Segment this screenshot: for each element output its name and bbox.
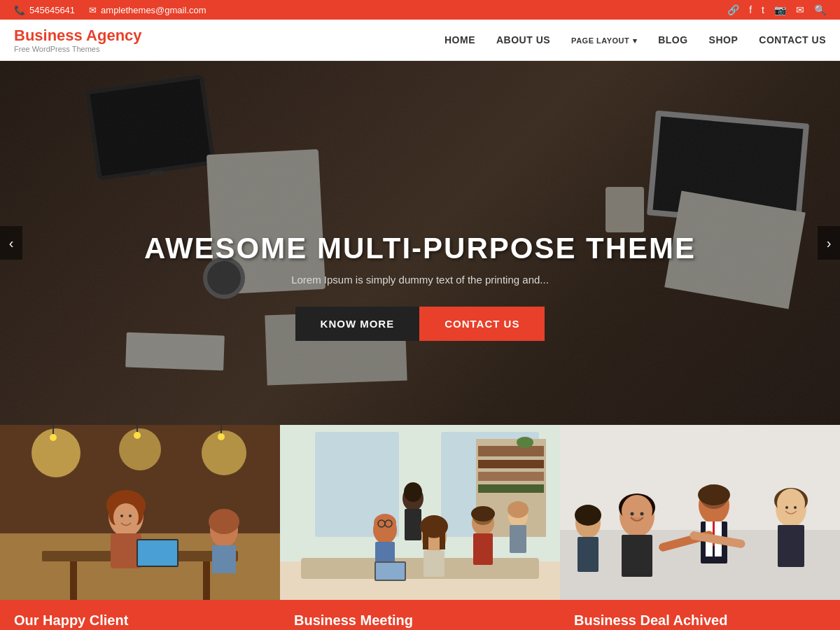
svg-rect-26 (138, 540, 177, 566)
svg-rect-15 (70, 561, 77, 600)
svg-point-8 (50, 434, 57, 441)
svg-rect-56 (440, 528, 445, 550)
carousel-prev-button[interactable]: ‹ (0, 226, 22, 260)
svg-point-81 (698, 484, 730, 505)
social-link-icon[interactable]: 🔗 (727, 4, 739, 15)
know-more-button[interactable]: KNOW MORE (295, 307, 420, 341)
card-body-meeting: Business Meeting Lorem ipsum dolor sit a… (280, 600, 560, 630)
svg-rect-55 (423, 528, 428, 550)
twitter-icon[interactable]: t (762, 4, 764, 15)
instagram-icon[interactable]: 📷 (774, 4, 786, 15)
nav-page-layout[interactable]: PAGE LAYOUT ▾ (571, 34, 637, 46)
client-image-svg (0, 425, 280, 600)
svg-point-89 (794, 506, 797, 509)
svg-rect-62 (510, 525, 526, 553)
svg-point-87 (777, 489, 805, 519)
svg-point-10 (134, 432, 141, 439)
svg-rect-11 (220, 425, 222, 435)
svg-rect-36 (478, 460, 544, 468)
svg-point-24 (129, 514, 132, 517)
svg-rect-7 (52, 425, 54, 435)
search-icon[interactable]: 🔍 (814, 4, 826, 15)
svg-point-92 (575, 505, 601, 526)
brand: Business Agency Free WordPress Themes (14, 27, 142, 53)
svg-rect-43 (405, 509, 421, 540)
nav-home[interactable]: HOME (444, 34, 475, 46)
svg-point-72 (622, 495, 652, 527)
top-bar: 📞 545645641 ✉ amplethemes@gmail.com 🔗 f … (0, 0, 840, 20)
svg-point-74 (640, 512, 644, 516)
svg-rect-16 (203, 561, 210, 600)
nav-shop[interactable]: SHOP (709, 34, 738, 46)
phone-info: 📞 545645641 (14, 5, 75, 15)
svg-point-23 (120, 514, 123, 517)
phone-number: 545645641 (29, 5, 75, 15)
hero-buttons: KNOW MORE CONTACT US (140, 307, 700, 341)
hero-section: ‹ › AWESOME MULTI-PURPOSE THEME Lorem Ip… (0, 61, 840, 425)
svg-rect-35 (478, 446, 544, 456)
svg-point-63 (507, 501, 528, 518)
svg-point-73 (631, 512, 634, 516)
svg-point-60 (471, 506, 495, 522)
nav-blog[interactable]: BLOG (658, 34, 687, 46)
deal-image-svg (560, 425, 840, 600)
chevron-right-icon: › (827, 235, 832, 251)
card-body-deal: Business Deal Achived Lorem ipsum dolor … (560, 600, 840, 630)
card-business-meeting: Business Meeting Lorem ipsum dolor sit a… (280, 425, 560, 630)
svg-point-44 (404, 482, 422, 502)
email-address: amplethemes@gmail.com (101, 5, 206, 15)
email-info: ✉ amplethemes@gmail.com (89, 5, 206, 15)
phone-icon: 📞 (14, 5, 25, 15)
brand-title: Business Agency (14, 27, 142, 45)
card-image-meeting (280, 425, 560, 600)
top-bar-right: 🔗 f t 📷 ✉ 🔍 (727, 4, 826, 15)
card-image-client (0, 425, 280, 600)
header: Business Agency Free WordPress Themes HO… (0, 20, 840, 61)
svg-point-39 (517, 437, 533, 448)
svg-point-88 (785, 506, 788, 509)
hero-title: AWESOME MULTI-PURPOSE THEME (140, 232, 700, 265)
card-title-meeting: Business Meeting (294, 612, 546, 629)
brand-tagline: Free WordPress Themes (14, 45, 142, 53)
card-body-client: Our Happy Client Lorem ipsum dolor sit a… (0, 600, 280, 630)
contact-us-hero-button[interactable]: CONTACT US (419, 307, 545, 341)
svg-point-12 (218, 433, 225, 440)
card-business-deal: Business Deal Achived Lorem ipsum dolor … (560, 425, 840, 630)
hero-content: AWESOME MULTI-PURPOSE THEME Lorem Ipsum … (140, 232, 700, 341)
facebook-icon[interactable]: f (749, 4, 752, 15)
svg-rect-41 (301, 558, 539, 579)
top-bar-left: 📞 545645641 ✉ amplethemes@gmail.com (14, 5, 206, 15)
mail-icon[interactable]: ✉ (796, 4, 804, 15)
chevron-left-icon: ‹ (9, 235, 14, 251)
card-image-deal (560, 425, 840, 600)
main-nav: HOME ABOUT US PAGE LAYOUT ▾ BLOG SHOP CO… (444, 34, 826, 46)
card-happy-client: Our Happy Client Lorem ipsum dolor sit a… (0, 425, 280, 630)
meeting-image-svg (280, 425, 560, 600)
svg-point-22 (113, 503, 139, 531)
chevron-down-icon: ▾ (633, 36, 638, 45)
svg-rect-52 (424, 550, 444, 577)
svg-rect-38 (478, 484, 544, 493)
envelope-icon: ✉ (89, 5, 97, 15)
svg-rect-65 (376, 563, 405, 580)
svg-rect-85 (778, 525, 804, 567)
nav-about[interactable]: ABOUT US (496, 34, 550, 46)
cards-section: Our Happy Client Lorem ipsum dolor sit a… (0, 425, 840, 630)
svg-rect-70 (622, 535, 652, 577)
hero-subtitle: Lorem Ipsum is simply dummy text of the … (140, 274, 700, 286)
svg-point-29 (209, 509, 239, 534)
card-title-deal: Business Deal Achived (574, 612, 826, 629)
carousel-next-button[interactable]: › (818, 226, 840, 260)
svg-rect-28 (212, 545, 236, 573)
svg-rect-91 (578, 537, 598, 572)
card-title-client: Our Happy Client (14, 612, 266, 629)
nav-contact[interactable]: CONTACT US (759, 34, 826, 46)
svg-rect-58 (473, 533, 493, 565)
svg-rect-37 (478, 472, 544, 481)
